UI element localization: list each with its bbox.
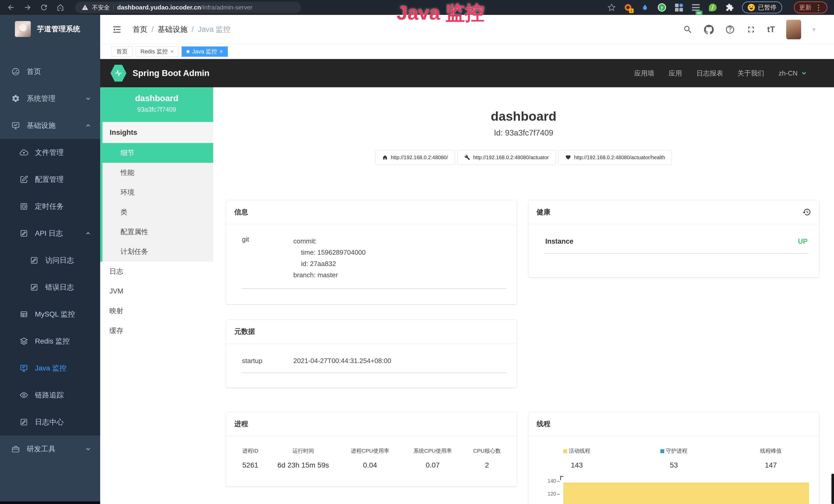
- sba-link-wallboard[interactable]: 应用墙: [634, 69, 654, 78]
- extension-y-icon[interactable]: y: [657, 3, 666, 12]
- info-git-row: git commit: time: 1596289704000 id: 27aa…: [226, 224, 517, 281]
- update-button[interactable]: 更新 ⋮: [794, 2, 827, 13]
- process-card: 进程 进程ID 运行时间 进程CPU使用率 系统CPU使用率 CPU核心数 52…: [226, 412, 517, 486]
- sidebar-item-mysql[interactable]: MySQL 监控: [0, 301, 100, 328]
- history-icon[interactable]: [803, 208, 811, 216]
- search-icon[interactable]: [683, 25, 693, 35]
- leaf-icon: [709, 4, 717, 11]
- sba-menu-metrics[interactable]: 性能: [103, 163, 213, 183]
- card-title: 元数据: [234, 327, 255, 336]
- service-url-button[interactable]: http://192.168.0.2:48080/: [375, 150, 455, 165]
- log-edit-icon: [20, 418, 28, 427]
- update-label: 更新: [799, 3, 811, 12]
- browser-menu-icon[interactable]: ⋮: [815, 3, 822, 12]
- sba-menu-logfile[interactable]: 日志: [100, 261, 213, 281]
- forward-icon[interactable]: [23, 3, 32, 12]
- col-system-cpu: 系统CPU使用率: [402, 447, 463, 455]
- user-avatar[interactable]: [786, 20, 801, 39]
- instance-links: http://192.168.0.2:48080/ http://192.168…: [213, 150, 834, 165]
- home-icon[interactable]: [56, 3, 65, 12]
- sba-menu-caches[interactable]: 缓存: [100, 321, 213, 341]
- sidebar-item-trace[interactable]: 链路追踪: [0, 382, 100, 409]
- back-icon[interactable]: [7, 3, 16, 12]
- avatar-caret-icon[interactable]: ▾: [812, 26, 815, 33]
- url-bar[interactable]: 不安全 dashboard.yudao.iocoder.cn/infra/adm…: [75, 2, 301, 13]
- sidebar-item-access-log[interactable]: 访问日志: [0, 247, 100, 274]
- sba-menu-classes[interactable]: 类: [103, 202, 213, 222]
- help-icon[interactable]: [725, 25, 735, 35]
- language-selector[interactable]: zh-CN: [778, 69, 807, 77]
- sidebar-item-logcenter[interactable]: 日志中心: [0, 409, 100, 435]
- extension-on-icon[interactable]: on: [691, 3, 700, 12]
- extension-orange-icon[interactable]: 1: [623, 3, 633, 12]
- paused-profile-chip[interactable]: 已暂停: [742, 2, 782, 13]
- sba-link-applications[interactable]: 应用: [668, 69, 682, 78]
- sidebar-item-java-monitor[interactable]: Java 监控: [0, 354, 100, 382]
- sidebar-item-file[interactable]: 文件管理: [0, 139, 100, 166]
- sidebar-item-infra[interactable]: 基础设施: [0, 112, 100, 139]
- legend-peak: 线程峰值: [722, 447, 819, 455]
- extensions-puzzle-icon[interactable]: [725, 3, 734, 12]
- sba-logo-icon: [110, 65, 126, 82]
- insights-group-label: Insights: [103, 122, 213, 143]
- metadata-card-title: 元数据: [226, 320, 517, 344]
- sidebar-item-job[interactable]: 定时任务: [0, 193, 100, 220]
- sba-menu-environment[interactable]: 环境: [103, 183, 213, 202]
- tab-java-monitor[interactable]: Java 监控 ×: [182, 46, 227, 57]
- tab-close-icon[interactable]: ×: [220, 48, 223, 55]
- live-threads-area: [563, 483, 809, 504]
- url-path: /infra/admin-server: [201, 4, 253, 11]
- log-edit-icon: [20, 229, 28, 238]
- sidebar-item-home[interactable]: 首页: [0, 58, 100, 85]
- threads-card-title: 线程: [528, 412, 819, 436]
- sba-link-about[interactable]: 关于我们: [738, 69, 764, 78]
- tab-close-icon[interactable]: ×: [170, 48, 174, 55]
- sidebar-item-error-log[interactable]: 错误日志: [0, 274, 100, 301]
- breadcrumb-home[interactable]: 首页: [133, 24, 148, 35]
- sidebar-item-devtools[interactable]: 研发工具: [0, 435, 100, 462]
- cloud-upload-icon: [20, 148, 28, 157]
- col-cpu-cores: CPU核心数: [463, 447, 511, 455]
- sba-nav-links: 应用墙 应用 日志报表 关于我们 zh-CN: [634, 69, 824, 78]
- security-label: 不安全: [92, 4, 110, 12]
- sidebar-item-redis[interactable]: Redis 监控: [0, 328, 100, 354]
- col-pid: 进程ID: [232, 447, 268, 455]
- card-title: 健康: [536, 207, 550, 217]
- tab-label: Java 监控: [192, 48, 217, 55]
- extension-leaf-icon[interactable]: [708, 3, 717, 12]
- breadcrumb-separator: /: [192, 25, 194, 33]
- sidebar-fold-icon[interactable]: [111, 24, 122, 35]
- app-logo-row[interactable]: 芋道管理系统: [0, 15, 100, 43]
- legend-live: 活动线程: [528, 447, 626, 455]
- reload-icon[interactable]: [40, 3, 48, 12]
- health-instance-label: Instance: [545, 237, 574, 246]
- tab-home[interactable]: 首页: [111, 46, 133, 57]
- sba-menu-configprops[interactable]: 配置属性: [103, 222, 213, 242]
- github-icon[interactable]: [704, 25, 714, 35]
- sidebar-item-system[interactable]: 系统管理: [0, 85, 100, 112]
- sba-menu-mappings[interactable]: 映射: [100, 301, 213, 321]
- instance-id: 93a3fc7f7409: [100, 106, 213, 113]
- breadcrumb: 首页 / 基础设施 / Java 监控: [133, 24, 231, 35]
- sidebar-item-label: 错误日志: [45, 282, 74, 292]
- sba-menu-jvm[interactable]: JVM: [100, 281, 213, 301]
- extension-pin-icon[interactable]: [640, 3, 650, 12]
- breadcrumb-infra[interactable]: 基础设施: [158, 24, 188, 35]
- tab-redis-monitor[interactable]: Redis 监控 ×: [136, 46, 178, 57]
- monitor-icon: [20, 364, 28, 372]
- health-url-button[interactable]: http://192.168.0.2:48080/actuator/health: [558, 150, 672, 165]
- extension-grid-icon[interactable]: [674, 3, 683, 12]
- sba-menu-scheduled[interactable]: 计划任务: [103, 242, 213, 261]
- actuator-url-button[interactable]: http://192.168.0.2:48080/actuator: [458, 150, 556, 165]
- sidebar-item-apilog[interactable]: API 日志: [0, 220, 100, 247]
- fullscreen-icon[interactable]: [746, 25, 756, 35]
- scrollbar-thumb[interactable]: [831, 474, 834, 504]
- instance-header[interactable]: dashboard 93a3fc7f7409: [100, 87, 213, 122]
- sba-menu-details[interactable]: 细节: [100, 143, 213, 163]
- text-size-icon[interactable]: tT: [767, 25, 775, 34]
- bookmark-star-icon[interactable]: [608, 3, 616, 12]
- tab-label: 首页: [116, 48, 128, 55]
- sidebar-item-config[interactable]: 配置管理: [0, 166, 100, 193]
- chart-y-axis: 140 120 100: [539, 476, 560, 504]
- sba-link-journal[interactable]: 日志报表: [696, 69, 723, 78]
